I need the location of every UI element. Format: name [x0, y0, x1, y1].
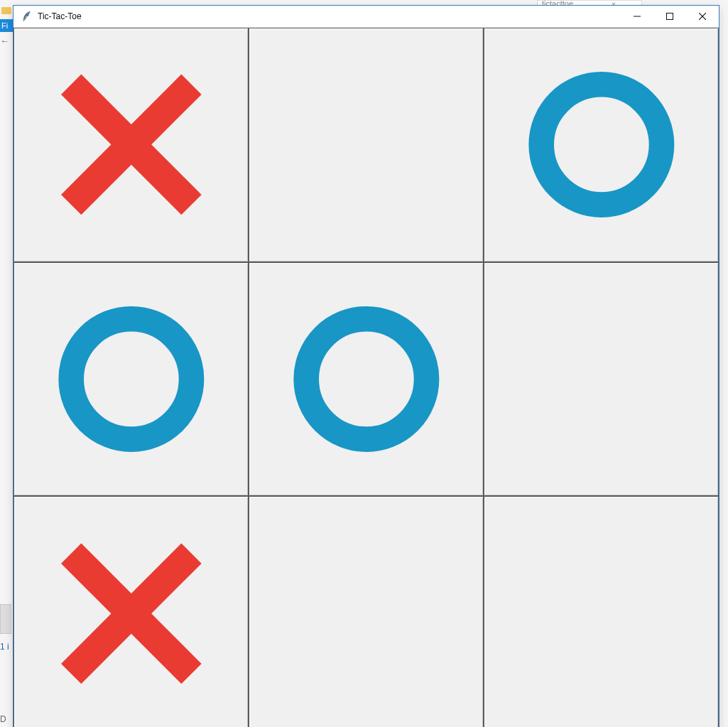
svg-rect-1: [667, 14, 673, 20]
cell-2-2[interactable]: [484, 496, 719, 727]
maximize-button[interactable]: [653, 6, 686, 27]
cell-1-0[interactable]: [13, 262, 249, 497]
app-window: Tic-Tac-Toe: [13, 5, 719, 727]
close-button[interactable]: [686, 6, 719, 27]
game-board: [13, 28, 719, 727]
bg-text-lower-2: D: [0, 714, 6, 724]
o-mark-icon: [287, 300, 446, 458]
cell-0-0[interactable]: [13, 28, 249, 262]
client-area: [13, 28, 719, 727]
cell-2-0[interactable]: [13, 496, 249, 727]
cell-1-1[interactable]: [249, 262, 484, 497]
svg-point-6: [541, 85, 661, 205]
x-mark-icon: [52, 65, 211, 224]
cell-2-1[interactable]: [249, 496, 484, 727]
cell-0-1[interactable]: [249, 28, 484, 262]
tk-feather-icon: [19, 9, 33, 23]
window-title: Tic-Tac-Toe: [38, 11, 82, 21]
bg-back-arrow-icon: ←: [0, 36, 9, 46]
bg-folder-icon: [1, 7, 11, 14]
svg-point-8: [306, 319, 426, 439]
bg-text-lower-1: 1 i: [0, 642, 9, 652]
o-mark-icon: [52, 300, 211, 458]
x-mark-icon: [52, 534, 211, 693]
cell-0-2[interactable]: [484, 28, 719, 262]
cell-1-2[interactable]: [484, 262, 719, 497]
svg-point-7: [71, 319, 191, 439]
titlebar[interactable]: Tic-Tac-Toe: [13, 6, 719, 28]
minimize-button[interactable]: [621, 6, 653, 27]
bg-scrollbar-thumb: [0, 604, 11, 634]
o-mark-icon: [522, 65, 681, 224]
